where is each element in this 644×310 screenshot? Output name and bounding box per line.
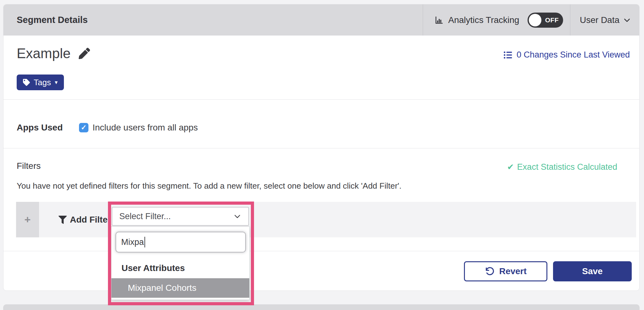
- add-filter-row: + Add Filter: [16, 202, 636, 237]
- filters-heading: Filters: [17, 161, 41, 171]
- text-cursor: [144, 237, 145, 247]
- plus-icon: +: [25, 213, 31, 226]
- changes-since-last-viewed-link[interactable]: 0 Changes Since Last Viewed: [503, 50, 630, 60]
- analytics-tracking-group: Analytics Tracking OFF: [423, 4, 570, 36]
- changes-link-label: 0 Changes Since Last Viewed: [517, 50, 630, 60]
- chevron-down-icon: [233, 212, 241, 220]
- segment-name-row: Example: [17, 46, 90, 61]
- footer-actions: Revert Save: [3, 251, 639, 291]
- filter-search-value: Mixpa: [121, 237, 144, 247]
- check-icon: ✓: [81, 124, 87, 131]
- tag-icon: [23, 79, 30, 86]
- apps-used-label: Apps Used: [17, 123, 79, 133]
- revert-button[interactable]: Revert: [464, 261, 547, 281]
- exact-statistics-status: ✔ Exact Statistics Calculated: [507, 162, 617, 172]
- dropdown-group-header: User Attributes: [121, 263, 185, 273]
- analytics-tracking-toggle[interactable]: OFF: [528, 13, 563, 28]
- filters-section: Filters ✔ Exact Statistics Calculated Yo…: [3, 148, 639, 251]
- include-all-apps-checkbox[interactable]: ✓: [79, 123, 88, 132]
- apps-used-section: Apps Used ✓ Include users from all apps: [3, 100, 639, 148]
- next-panel-header: [3, 304, 640, 310]
- toggle-knob: [529, 14, 541, 26]
- user-data-label: User Data: [580, 15, 619, 25]
- bar-chart-icon: [434, 15, 444, 25]
- chevron-down-icon: [623, 16, 631, 24]
- header-right: Analytics Tracking OFF User Data: [423, 4, 639, 36]
- filters-empty-text: You have not yet defined filters for thi…: [17, 181, 402, 191]
- dropdown-option-label: Mixpanel Cohorts: [128, 283, 196, 293]
- tags-button[interactable]: Tags ▾: [17, 75, 64, 90]
- segment-details-card: Segment Details Analytics Tracking OFF: [3, 4, 640, 291]
- undo-icon: [485, 267, 494, 276]
- edit-pencil-icon[interactable]: [79, 48, 90, 59]
- filter-dropdown-panel: Mixpa User Attributes Mixpanel Cohorts: [111, 226, 250, 300]
- segment-title-section: Example Tags ▾: [3, 36, 639, 99]
- add-filter-plus-button[interactable]: +: [16, 202, 39, 237]
- analytics-tracking-label: Analytics Tracking: [448, 15, 519, 25]
- save-button[interactable]: Save: [553, 261, 632, 281]
- apps-used-row: Apps Used ✓ Include users from all apps: [17, 121, 198, 135]
- user-data-dropdown[interactable]: User Data: [570, 4, 639, 36]
- card-header: Segment Details Analytics Tracking OFF: [3, 4, 639, 36]
- filter-funnel-icon: [59, 216, 67, 224]
- revert-button-label: Revert: [499, 266, 527, 276]
- check-icon: ✔: [507, 162, 514, 172]
- filter-select-value: Select Filter...: [119, 212, 171, 221]
- segment-name: Example: [17, 46, 71, 61]
- toggle-state-label: OFF: [545, 16, 559, 24]
- exact-statistics-label: Exact Statistics Calculated: [517, 162, 617, 172]
- dropdown-option-mixpanel-cohorts[interactable]: Mixpanel Cohorts: [111, 278, 249, 298]
- add-filter-label: Add Filter: [70, 215, 111, 225]
- change-list-icon: [503, 50, 513, 60]
- include-all-apps-label: Include users from all apps: [93, 123, 198, 133]
- filter-search-input[interactable]: Mixpa: [116, 232, 246, 252]
- caret-down-icon: ▾: [55, 80, 58, 85]
- filter-select-dropdown[interactable]: Select Filter...: [112, 207, 249, 226]
- page-title: Segment Details: [3, 15, 88, 25]
- tags-button-label: Tags: [34, 78, 51, 87]
- save-button-label: Save: [582, 266, 602, 276]
- add-filter-label-wrap: Add Filter: [59, 202, 111, 237]
